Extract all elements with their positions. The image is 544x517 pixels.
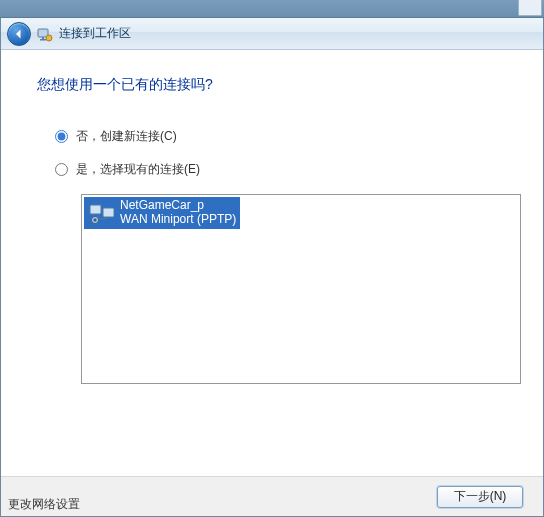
wizard-content: 您想使用一个已有的连接吗? 否，创建新连接(C) 是，选择现有的连接(E) — [1, 50, 543, 476]
wizard-window: 连接到工作区 您想使用一个已有的连接吗? 否，创建新连接(C) 是，选择现有的连… — [0, 18, 544, 517]
radio-yes[interactable] — [55, 163, 68, 176]
button-bar: 下一步(N) — [1, 476, 543, 516]
connection-name: NetGameCar_p — [120, 199, 236, 213]
window-controls-edge — [518, 0, 542, 16]
connection-list-item[interactable]: NetGameCar_p WAN Miniport (PPTP) — [84, 197, 240, 229]
connection-text: NetGameCar_p WAN Miniport (PPTP) — [120, 199, 236, 227]
option-no-create-new[interactable]: 否，创建新连接(C) — [55, 128, 543, 145]
change-network-settings-link[interactable]: 更改网络设置 — [8, 496, 80, 513]
connection-icon — [88, 201, 116, 225]
svg-rect-4 — [90, 205, 101, 214]
connection-device: WAN Miniport (PPTP) — [120, 213, 236, 227]
titlebar: 连接到工作区 — [1, 18, 543, 50]
option-no-label: 否，创建新连接(C) — [76, 128, 177, 145]
back-button[interactable] — [7, 22, 31, 46]
svg-rect-5 — [103, 208, 114, 217]
existing-connections-list[interactable]: NetGameCar_p WAN Miniport (PPTP) — [81, 194, 521, 384]
option-yes-use-existing[interactable]: 是，选择现有的连接(E) — [55, 161, 543, 178]
svg-point-3 — [46, 35, 52, 41]
background-strip — [0, 0, 544, 18]
radio-no[interactable] — [55, 130, 68, 143]
next-button[interactable]: 下一步(N) — [437, 486, 523, 508]
svg-rect-1 — [42, 37, 44, 39]
window-title: 连接到工作区 — [59, 25, 131, 42]
page-heading: 您想使用一个已有的连接吗? — [37, 76, 543, 94]
radio-group: 否，创建新连接(C) 是，选择现有的连接(E) — [55, 128, 543, 178]
arrow-left-icon — [13, 28, 25, 40]
option-yes-label: 是，选择现有的连接(E) — [76, 161, 200, 178]
svg-rect-7 — [94, 218, 97, 221]
svg-rect-2 — [40, 39, 46, 41]
network-icon — [37, 26, 53, 42]
